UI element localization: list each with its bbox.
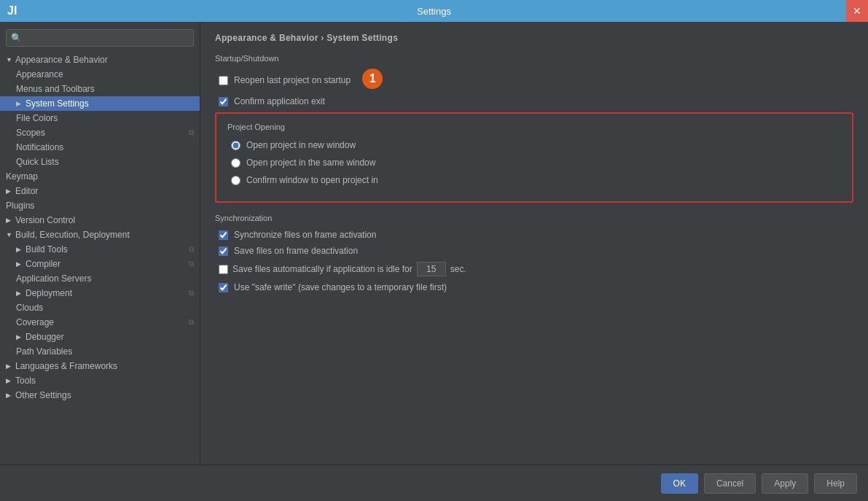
- save-deactivation-row: Save files on frame deactivation: [215, 246, 853, 256]
- sidebar-item-plugins[interactable]: Plugins: [0, 198, 200, 213]
- title-bar: JI Settings ✕: [0, 0, 868, 22]
- expand-icon: ▶: [16, 333, 23, 341]
- sidebar-item-quick-lists[interactable]: Quick Lists: [0, 155, 200, 169]
- copy-icon: ⧉: [189, 260, 194, 268]
- sidebar-item-label: Notifications: [16, 142, 63, 152]
- sidebar-item-debugger[interactable]: ▶ Debugger: [0, 330, 200, 344]
- confirm-exit-checkbox[interactable]: [219, 97, 228, 106]
- confirm-exit-label: Confirm application exit: [234, 96, 325, 106]
- radio-new-window-label: Open project in new window: [246, 140, 356, 150]
- synchronization-label: Synchronization: [215, 214, 853, 222]
- sidebar-item-label: Build, Execution, Deployment: [15, 230, 130, 240]
- sidebar-item-label: Clouds: [16, 303, 43, 313]
- copy-icon: ⧉: [189, 128, 194, 137]
- sidebar-item-version-control[interactable]: ▶ Version Control: [0, 213, 200, 228]
- sidebar-item-label: Editor: [15, 186, 38, 196]
- copy-icon: ⧉: [189, 318, 194, 327]
- apply-button[interactable]: Apply: [762, 473, 808, 494]
- expand-icon: ▶: [16, 246, 23, 253]
- sidebar-item-label: File Colors: [16, 113, 58, 123]
- save-deactivation-checkbox[interactable]: [219, 246, 228, 256]
- cancel-button[interactable]: Cancel: [704, 473, 756, 494]
- radio-same-window[interactable]: [231, 158, 241, 168]
- radio-same-window-row: Open project in the same window: [227, 158, 841, 168]
- expand-icon: ▶: [6, 217, 13, 224]
- sidebar-item-label: Tools: [15, 376, 36, 386]
- radio-confirm-window[interactable]: [231, 176, 241, 185]
- sidebar-item-notifications[interactable]: Notifications: [0, 140, 200, 155]
- save-idle-checkbox[interactable]: [219, 265, 228, 274]
- radio-confirm-window-row: Confirm window to open project in: [227, 175, 841, 185]
- number-badge: 1: [362, 69, 383, 89]
- expand-icon: ▶: [6, 377, 13, 384]
- sidebar-item-deployment[interactable]: ▶ Deployment ⧉: [0, 286, 200, 300]
- reopen-last-project-row: Reopen last project on startup 1: [215, 70, 853, 90]
- content-area: Appearance & Behavior › System Settings …: [200, 22, 868, 465]
- expand-icon: ▶: [6, 362, 13, 370]
- sync-section: Synchronization Synchronize files on fra…: [215, 214, 853, 292]
- sidebar-item-clouds[interactable]: Clouds: [0, 300, 200, 315]
- sidebar-item-appearance-behavior[interactable]: ▼ Appearance & Behavior: [0, 53, 200, 67]
- safe-write-checkbox[interactable]: [219, 283, 228, 292]
- radio-new-window[interactable]: [231, 141, 241, 150]
- sidebar-item-build-tools[interactable]: ▶ Build Tools ⧉: [0, 242, 200, 257]
- sidebar-item-compiler[interactable]: ▶ Compiler ⧉: [0, 257, 200, 271]
- safe-write-label: Use "safe write" (save changes to a temp…: [234, 282, 447, 292]
- sync-files-checkbox[interactable]: [219, 230, 228, 240]
- sidebar-item-editor[interactable]: ▶ Editor: [0, 184, 200, 198]
- expand-icon: ▼: [6, 231, 13, 238]
- sidebar-item-tools[interactable]: ▶ Tools: [0, 373, 200, 388]
- save-idle-label: Save files automatically if application …: [232, 264, 413, 274]
- sidebar-item-label: Path Variables: [16, 346, 72, 357]
- ok-button[interactable]: OK: [661, 473, 698, 494]
- breadcrumb: Appearance & Behavior › System Settings: [215, 33, 853, 43]
- sidebar-item-file-colors[interactable]: File Colors: [0, 111, 200, 125]
- radio-same-window-label: Open project in the same window: [246, 158, 375, 168]
- sidebar-item-label: Debugger: [26, 332, 64, 342]
- sidebar-item-keymap[interactable]: Keymap: [0, 169, 200, 184]
- window-title: Settings: [417, 6, 451, 17]
- sidebar-item-menus-toolbars[interactable]: Menus and Toolbars: [0, 82, 200, 96]
- sidebar-item-label: Appearance: [16, 69, 63, 79]
- search-input[interactable]: [26, 33, 189, 43]
- reopen-last-project-checkbox[interactable]: [219, 76, 228, 85]
- expand-icon: ▶: [6, 187, 13, 195]
- sidebar-item-label: Other Settings: [15, 390, 71, 400]
- sidebar-item-scopes[interactable]: Scopes ⧉: [0, 125, 200, 140]
- radio-confirm-window-label: Confirm window to open project in: [246, 175, 378, 185]
- sidebar-item-path-variables[interactable]: Path Variables: [0, 344, 200, 359]
- startup-shutdown-label: Startup/Shutdown: [215, 54, 853, 63]
- sidebar-item-other-settings[interactable]: ▶ Other Settings: [0, 388, 200, 403]
- project-opening-label: Project Opening: [227, 123, 841, 131]
- sidebar-item-label: Keymap: [6, 171, 38, 182]
- sidebar-item-label: System Settings: [26, 98, 89, 109]
- expand-icon: ▼: [6, 56, 13, 63]
- sidebar-item-coverage[interactable]: Coverage ⧉: [0, 315, 200, 330]
- expand-icon: ▶: [6, 392, 13, 399]
- sidebar-item-label: Application Servers: [16, 273, 91, 284]
- sidebar-item-appearance[interactable]: Appearance: [0, 67, 200, 82]
- sidebar-item-label: Plugins: [6, 201, 34, 211]
- sidebar-item-label: Menus and Toolbars: [16, 84, 95, 94]
- project-opening-box: Project Opening Open project in new wind…: [215, 112, 853, 203]
- confirm-exit-row: Confirm application exit: [215, 96, 853, 106]
- idle-value-input[interactable]: [417, 262, 446, 276]
- sidebar-item-label: Languages & Frameworks: [15, 361, 117, 371]
- sidebar-item-label: Quick Lists: [16, 157, 59, 167]
- sidebar-item-label: Scopes: [16, 128, 45, 138]
- help-button[interactable]: Help: [814, 473, 857, 494]
- sidebar-item-system-settings[interactable]: ▶ System Settings: [0, 96, 200, 111]
- search-box[interactable]: 🔍: [6, 29, 194, 47]
- expand-icon: ▶: [16, 260, 23, 268]
- sidebar-item-languages-frameworks[interactable]: ▶ Languages & Frameworks: [0, 359, 200, 373]
- safe-write-row: Use "safe write" (save changes to a temp…: [215, 282, 853, 292]
- sidebar-item-application-servers[interactable]: Application Servers: [0, 271, 200, 286]
- sidebar: 🔍 ▼ Appearance & Behavior Appearance Men…: [0, 22, 200, 465]
- sidebar-item-label: Version Control: [15, 215, 75, 225]
- close-button[interactable]: ✕: [846, 0, 868, 22]
- sidebar-item-build-exec-deploy[interactable]: ▼ Build, Execution, Deployment: [0, 228, 200, 242]
- sync-files-label: Synchronize files on frame activation: [234, 230, 376, 240]
- sidebar-item-label: Compiler: [26, 259, 60, 269]
- idle-unit-label: sec.: [450, 264, 466, 274]
- app-logo: JI: [7, 4, 17, 18]
